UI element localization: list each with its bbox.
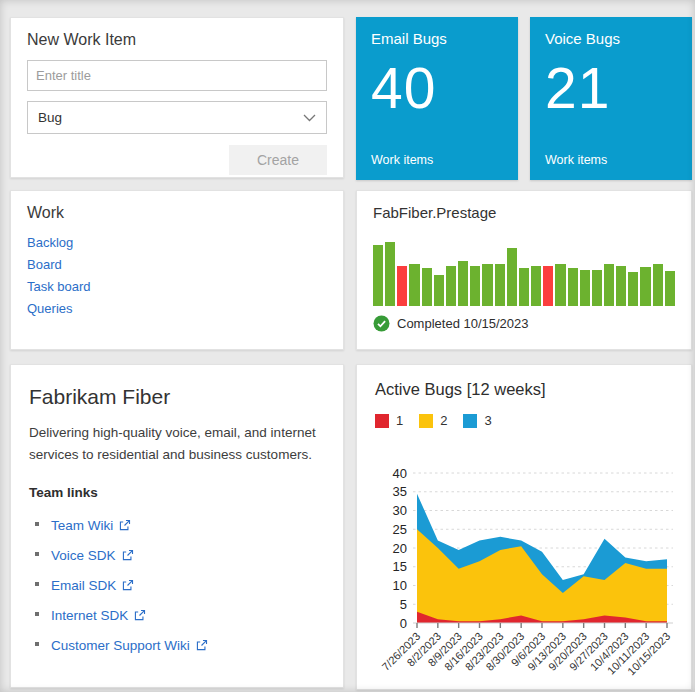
team-link-email-sdk[interactable]: Email SDK <box>51 578 134 593</box>
build-bar-success[interactable] <box>665 271 675 306</box>
team-title: Fabrikam Fiber <box>29 385 325 409</box>
team-link-voice-sdk[interactable]: Voice SDK <box>51 548 134 563</box>
query-tile-email-bugs[interactable]: Email Bugs 40 Work items <box>356 17 518 180</box>
build-bar-success[interactable] <box>409 264 419 306</box>
legend-swatch <box>463 414 477 428</box>
build-bar-success[interactable] <box>458 261 468 306</box>
tile-subtitle: Work items <box>545 153 607 167</box>
external-link-icon <box>195 639 208 652</box>
tile-count: 40 <box>371 60 503 117</box>
tile-subtitle: Work items <box>371 153 433 167</box>
new-work-item-title: New Work Item <box>27 31 327 49</box>
create-button[interactable]: Create <box>229 145 327 175</box>
tile-count: 21 <box>545 60 677 117</box>
y-axis-tick-label: 30 <box>393 503 407 518</box>
team-link-label: Customer Support Wiki <box>51 638 190 653</box>
build-bar-success[interactable] <box>640 267 650 306</box>
build-bar-success[interactable] <box>568 268 578 306</box>
build-bar-failed[interactable] <box>543 266 553 306</box>
build-bar-success[interactable] <box>422 268 432 306</box>
team-description: Delivering high-quality voice, email, an… <box>29 422 325 465</box>
work-widget: Work BacklogBoardTask boardQueries <box>10 190 344 350</box>
area-series-2 <box>417 529 667 623</box>
team-links-heading: Team links <box>29 485 325 500</box>
build-definition-title: FabFiber.Prestage <box>373 204 675 221</box>
y-axis-tick-label: 25 <box>393 522 407 537</box>
query-tile-voice-bugs[interactable]: Voice Bugs 21 Work items <box>530 17 692 180</box>
team-link-label: Team Wiki <box>51 518 113 533</box>
build-bar-success[interactable] <box>446 266 456 306</box>
external-link-icon <box>133 609 146 622</box>
build-bar-success[interactable] <box>385 242 395 306</box>
build-bar-success[interactable] <box>482 264 492 306</box>
check-circle-icon <box>373 315 390 332</box>
chart-legend: 123 <box>375 413 673 428</box>
team-link-item: Team Wiki <box>35 516 325 534</box>
team-link-item: Voice SDK <box>35 546 325 564</box>
legend-label: 1 <box>396 413 403 428</box>
build-bar-success[interactable] <box>604 264 614 306</box>
external-link-icon <box>118 519 131 532</box>
work-link-task-board[interactable]: Task board <box>27 279 91 294</box>
active-bugs-widget: Active Bugs [12 weeks] 123 0510152025303… <box>356 364 692 690</box>
build-bar-success[interactable] <box>434 275 444 306</box>
work-item-type-value: Bug <box>38 110 62 125</box>
build-bar-success[interactable] <box>592 270 602 306</box>
y-axis-tick-label: 35 <box>393 484 407 499</box>
build-history-widget: FabFiber.Prestage Completed 10/15/2023 <box>356 190 692 350</box>
work-link-board[interactable]: Board <box>27 257 62 272</box>
work-link-queries[interactable]: Queries <box>27 301 73 316</box>
build-bar-success[interactable] <box>531 266 541 306</box>
legend-label: 3 <box>484 413 491 428</box>
team-link-internet-sdk[interactable]: Internet SDK <box>51 608 146 623</box>
team-link-item: Customer Support Wiki <box>35 636 325 654</box>
y-axis-tick-label: 20 <box>393 541 407 556</box>
work-widget-title: Work <box>27 204 327 222</box>
y-axis-tick-label: 5 <box>400 597 407 612</box>
build-bar-success[interactable] <box>580 270 590 306</box>
build-bar-success[interactable] <box>628 272 638 306</box>
build-bar-success[interactable] <box>653 264 663 306</box>
team-link-customer-support-wiki[interactable]: Customer Support Wiki <box>51 638 208 653</box>
y-axis-tick-label: 10 <box>393 578 407 593</box>
external-link-icon <box>121 549 134 562</box>
build-bar-success[interactable] <box>519 268 529 306</box>
build-bar-success[interactable] <box>495 264 505 306</box>
legend-swatch <box>375 414 389 428</box>
team-links-list: Team WikiVoice SDKEmail SDKInternet SDKC… <box>29 516 325 654</box>
y-axis-tick-label: 15 <box>393 559 407 574</box>
work-item-type-select[interactable]: Bug <box>27 101 327 134</box>
team-link-label: Email SDK <box>51 578 116 593</box>
legend-item-2: 2 <box>419 413 447 428</box>
legend-label: 2 <box>440 413 447 428</box>
build-bar-failed[interactable] <box>397 266 407 306</box>
team-link-item: Email SDK <box>35 576 325 594</box>
external-link-icon <box>121 579 134 592</box>
build-bar-success[interactable] <box>373 245 383 306</box>
team-link-team-wiki[interactable]: Team Wiki <box>51 518 131 533</box>
tile-title: Email Bugs <box>371 30 503 47</box>
build-bars <box>373 242 675 306</box>
work-link-backlog[interactable]: Backlog <box>27 235 73 250</box>
build-bar-success[interactable] <box>616 266 626 306</box>
new-work-item-widget: New Work Item Bug Create <box>10 17 344 178</box>
work-item-title-input[interactable] <box>27 60 327 91</box>
work-links: BacklogBoardTask boardQueries <box>27 235 327 316</box>
chart-title: Active Bugs [12 weeks] <box>375 380 673 399</box>
y-axis-tick-label: 0 <box>400 616 407 631</box>
tile-title: Voice Bugs <box>545 30 677 47</box>
legend-item-3: 3 <box>463 413 491 428</box>
team-link-label: Voice SDK <box>51 548 116 563</box>
active-bugs-chart: 05101520253035407/26/20238/2/20238/9/202… <box>357 453 692 690</box>
y-axis-tick-label: 40 <box>393 466 407 481</box>
build-status-label: Completed 10/15/2023 <box>397 316 529 331</box>
team-link-label: Internet SDK <box>51 608 128 623</box>
build-bar-success[interactable] <box>555 264 565 306</box>
build-bar-success[interactable] <box>470 266 480 306</box>
chevron-down-icon <box>303 114 316 122</box>
build-bar-success[interactable] <box>507 248 517 306</box>
team-link-item: Internet SDK <box>35 606 325 624</box>
legend-swatch <box>419 414 433 428</box>
team-info-widget: Fabrikam Fiber Delivering high-quality v… <box>10 364 344 688</box>
legend-item-1: 1 <box>375 413 403 428</box>
